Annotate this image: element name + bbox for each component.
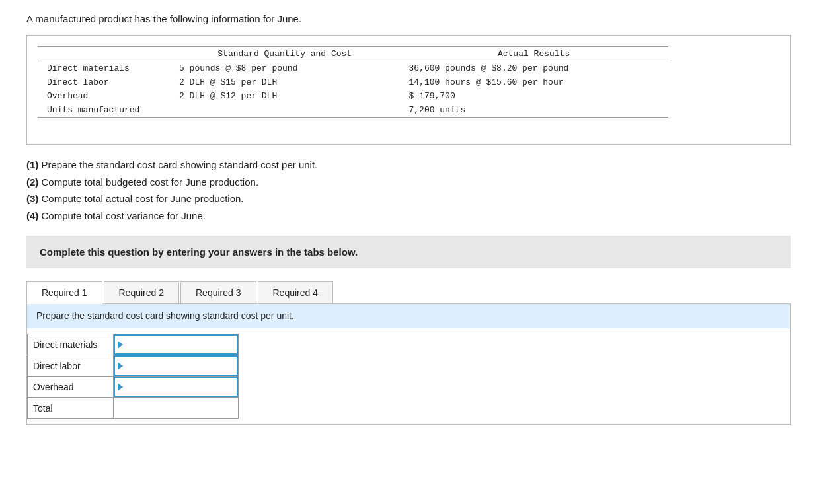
tab-instructions: Prepare the standard cost card showing s…: [27, 304, 790, 328]
row-standard: 2 DLH @ $15 per DLH: [170, 75, 399, 89]
answer-label: Direct materials: [28, 334, 114, 355]
question-item: (3) Compute total actual cost for June p…: [26, 190, 791, 207]
row-standard: 2 DLH @ $12 per DLH: [170, 89, 399, 103]
answer-label: Overhead: [28, 377, 114, 398]
col2-header: Actual Results: [399, 47, 668, 61]
row-standard: [170, 103, 399, 118]
answer-input-cell[interactable]: [113, 334, 238, 355]
row-label: Direct materials: [38, 61, 170, 76]
answer-row: Total: [28, 398, 239, 419]
question-item: (1) Prepare the standard cost card showi…: [26, 157, 791, 174]
intro-text: A manufactured product has the following…: [26, 13, 791, 24]
questions-section: (1) Prepare the standard cost card showi…: [26, 157, 791, 224]
row-actual: 7,200 units: [399, 103, 668, 118]
info-section: Standard Quantity and Cost Actual Result…: [26, 35, 791, 145]
input-wrapper: [114, 334, 238, 355]
answer-input-cell[interactable]: [113, 377, 238, 398]
answer-table: Direct materialsDirect laborOverheadTota…: [27, 334, 239, 419]
row-label: Units manufactured: [38, 103, 170, 118]
tab-required-2[interactable]: Required 2: [104, 281, 180, 303]
complete-box: Complete this question by entering your …: [26, 236, 791, 268]
tab-required-1[interactable]: Required 1: [26, 281, 102, 304]
col0-header: [38, 47, 170, 61]
row-label: Overhead: [38, 89, 170, 103]
row-actual: $ 179,700: [399, 89, 668, 103]
answer-input[interactable]: [123, 378, 237, 396]
tabs-row[interactable]: Required 1Required 2Required 3Required 4: [26, 281, 791, 304]
info-table-row: Units manufactured 7,200 units: [38, 103, 668, 118]
input-arrow-icon: [118, 383, 123, 391]
input-arrow-icon: [118, 362, 123, 370]
input-wrapper: [114, 355, 238, 376]
answer-input-total[interactable]: [114, 398, 238, 418]
row-actual: 14,100 hours @ $15.60 per hour: [399, 75, 668, 89]
info-table-row: Overhead 2 DLH @ $12 per DLH $ 179,700: [38, 89, 668, 103]
answer-input[interactable]: [123, 336, 237, 353]
answer-row: Overhead: [28, 377, 239, 398]
input-arrow-icon: [118, 341, 123, 349]
question-item: (2) Compute total budgeted cost for June…: [26, 174, 791, 191]
tab-content: Prepare the standard cost card showing s…: [26, 304, 791, 425]
input-wrapper: [114, 377, 238, 397]
tab-required-4[interactable]: Required 4: [258, 281, 334, 303]
info-table-row: Direct materials 5 pounds @ $8 per pound…: [38, 61, 668, 76]
answer-input-cell[interactable]: [113, 355, 238, 377]
answer-row: Direct materials: [28, 334, 239, 355]
answer-section: Direct materialsDirect laborOverheadTota…: [27, 328, 790, 424]
answer-input-cell[interactable]: [113, 398, 238, 419]
info-table-row: Direct labor 2 DLH @ $15 per DLH 14,100 …: [38, 75, 668, 89]
row-actual: 36,600 pounds @ $8.20 per pound: [399, 61, 668, 76]
question-item: (4) Compute total cost variance for June…: [26, 207, 791, 225]
answer-row: Direct labor: [28, 355, 239, 377]
tab-required-3[interactable]: Required 3: [180, 281, 256, 303]
answer-input[interactable]: [123, 357, 237, 375]
row-standard: 5 pounds @ $8 per pound: [170, 61, 399, 76]
answer-label: Total: [28, 398, 114, 419]
answer-label: Direct labor: [28, 355, 114, 377]
info-table: Standard Quantity and Cost Actual Result…: [38, 46, 668, 118]
row-label: Direct labor: [38, 75, 170, 89]
col1-header: Standard Quantity and Cost: [170, 47, 399, 61]
